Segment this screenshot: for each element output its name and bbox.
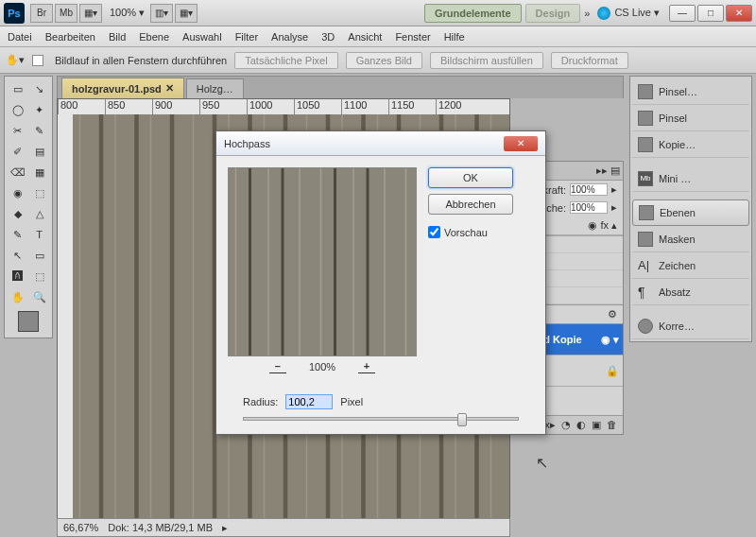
workspace-design[interactable]: Design <box>525 4 581 23</box>
panel-pinsel-preset[interactable]: Pinsel… <box>632 78 749 105</box>
window-minimize[interactable]: — <box>669 5 696 22</box>
tool-eraser[interactable]: ◉ <box>7 182 28 203</box>
menu-auswahl[interactable]: Auswahl <box>182 31 222 43</box>
tool-stamp[interactable]: ⌫ <box>7 162 28 182</box>
dialog-titlebar[interactable]: Hochpass ✕ <box>216 131 545 156</box>
menu-filter[interactable]: Filter <box>235 31 258 43</box>
bridge-btn[interactable]: Br <box>30 4 53 23</box>
tool-shape[interactable]: ▭ <box>28 245 50 266</box>
menu-bild[interactable]: Bild <box>109 31 126 43</box>
cursor-icon: ↖ <box>536 454 548 472</box>
radius-label: Radius: <box>243 396 278 407</box>
tool-history[interactable]: ▦ <box>28 162 50 182</box>
workspace-more[interactable]: » <box>584 8 590 19</box>
tool-eyedrop[interactable]: ✎ <box>28 120 50 141</box>
tab-main[interactable]: holzgravur-01.psd✕ <box>61 78 184 98</box>
fx-icon[interactable]: ◉ fx ▴ <box>588 219 617 232</box>
panel-kopie[interactable]: Kopie… <box>632 131 749 158</box>
dialog-title: Hochpass <box>224 138 270 149</box>
preview-checkbox[interactable] <box>428 226 440 238</box>
opacity-input[interactable] <box>570 183 608 196</box>
color-swatch[interactable] <box>18 311 39 332</box>
status-zoom[interactable]: 66,67% <box>63 522 98 533</box>
tool-gradient[interactable]: ⬚ <box>28 182 50 203</box>
tool-type[interactable]: T <box>28 224 50 245</box>
panel-korre[interactable]: Korre… <box>632 313 749 339</box>
window-maximize[interactable]: □ <box>697 5 724 22</box>
clone-icon <box>638 137 653 152</box>
zoom-out-btn[interactable]: – <box>269 360 286 373</box>
scroll-all-checkbox[interactable] <box>32 55 43 66</box>
panel-absatz[interactable]: ¶Absatz <box>632 279 749 305</box>
ruler-horizontal: 80085090095010001050110011501200 <box>58 99 509 114</box>
adj-icon[interactable]: ◐ <box>576 419 586 431</box>
dialog-close[interactable]: ✕ <box>504 136 538 151</box>
tool-select[interactable]: ↘ <box>28 78 50 99</box>
trash-icon[interactable]: 🗑 <box>607 419 617 431</box>
cslive-icon <box>597 7 610 20</box>
menu-analyse[interactable]: Analyse <box>271 31 308 43</box>
new-icon[interactable]: ▣ <box>592 419 601 431</box>
tool-zoom[interactable]: 🔍 <box>28 286 50 307</box>
tool-path[interactable]: ↖ <box>7 245 28 266</box>
tool-wand[interactable]: ✦ <box>28 99 50 120</box>
workspace-area: ▭↘ ◯✦ ✂✎ ✐▤ ⌫▦ ◉⬚ ◆△ ✎T ↖▭ 🅰⬚ ✋🔍 holzgra… <box>0 74 756 537</box>
workspace-active[interactable]: Grundelemente <box>424 4 522 23</box>
panel-ebenen[interactable]: Ebenen <box>632 199 749 226</box>
opt-fill-screen[interactable]: Bildschirm ausfüllen <box>430 52 543 69</box>
opt-fit-screen[interactable]: Ganzes Bild <box>346 52 422 69</box>
tool-lasso[interactable]: ◯ <box>7 99 28 120</box>
zoom-in-btn[interactable]: + <box>358 360 375 373</box>
menu-ansicht[interactable]: Ansicht <box>348 31 382 43</box>
menu-ebene[interactable]: Ebene <box>139 31 169 43</box>
opt-print-size[interactable]: Druckformat <box>551 52 628 69</box>
tool-crop[interactable]: ✂ <box>7 120 28 141</box>
menu-3d[interactable]: 3D <box>321 31 335 43</box>
tool-dodge[interactable]: △ <box>28 203 50 224</box>
opt-actual-pixels[interactable]: Tatsächliche Pixel <box>234 52 337 69</box>
tool-blur[interactable]: ◆ <box>7 203 28 224</box>
panel-pinsel[interactable]: Pinsel <box>632 105 749 131</box>
tool-3d2[interactable]: ⬚ <box>28 266 50 286</box>
panel-zeichen[interactable]: A|Zeichen <box>632 252 749 279</box>
tab-2[interactable]: Holzg… <box>186 78 244 98</box>
window-close[interactable]: ✕ <box>726 5 752 22</box>
zoom-level[interactable]: 100% ▾ <box>110 7 145 19</box>
radius-slider[interactable] <box>243 417 519 421</box>
tool-3d[interactable]: 🅰 <box>7 266 28 286</box>
ok-button[interactable]: OK <box>428 167 513 188</box>
menu-datei[interactable]: Datei <box>8 31 32 43</box>
adjust-icon <box>638 319 653 334</box>
menu-bearbeiten[interactable]: Bearbeiten <box>45 31 95 43</box>
panel-masken[interactable]: Masken <box>632 226 749 252</box>
mask-icon[interactable]: ◔ <box>561 419 571 431</box>
tool-hand[interactable]: ✋ <box>7 286 28 307</box>
para-icon: ¶ <box>638 285 653 300</box>
cslive[interactable]: CS Live ▾ <box>597 7 660 20</box>
fill-input[interactable] <box>570 201 608 214</box>
slider-knob[interactable] <box>457 413 467 426</box>
extras-btn[interactable]: ▦▾ <box>175 4 198 23</box>
hochpass-dialog: Hochpass ✕ – 100% + OK Abbrechen Vorscha… <box>215 130 546 435</box>
minibridge-btn[interactable]: Mb <box>55 4 77 23</box>
tab-close-icon[interactable]: ✕ <box>165 82 174 95</box>
menu-hilfe[interactable]: Hilfe <box>444 31 465 43</box>
char-icon: A| <box>638 258 653 273</box>
preview-label: Vorschau <box>444 227 488 238</box>
dialog-preview[interactable] <box>228 167 417 356</box>
tool-heal[interactable]: ✐ <box>7 141 28 162</box>
screen-mode-btn[interactable]: ▦▾ <box>79 4 102 23</box>
tool-brush[interactable]: ▤ <box>28 141 50 162</box>
arrange-btn[interactable]: ▥▾ <box>150 4 173 23</box>
brush-icon <box>638 84 653 99</box>
panel-minibridge[interactable]: MbMini … <box>632 165 749 192</box>
menu-fenster[interactable]: Fenster <box>395 31 430 43</box>
app-logo: Ps <box>4 3 25 24</box>
tool-move[interactable]: ▭ <box>7 78 28 99</box>
tool-pen[interactable]: ✎ <box>7 224 28 245</box>
cancel-button[interactable]: Abbrechen <box>428 194 513 215</box>
toolbox: ▭↘ ◯✦ ✂✎ ✐▤ ⌫▦ ◉⬚ ◆△ ✎T ↖▭ 🅰⬚ ✋🔍 <box>4 76 53 338</box>
hand-tool-icon[interactable]: ✋▾ <box>6 54 25 66</box>
radius-input[interactable] <box>285 394 333 409</box>
layers-icon <box>639 205 654 220</box>
